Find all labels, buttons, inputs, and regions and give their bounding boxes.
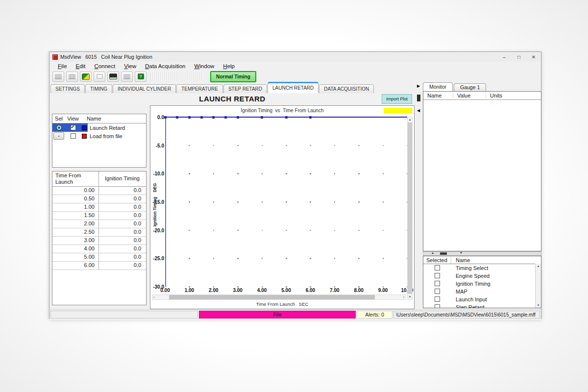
data-table-row[interactable]: 3.000.0: [52, 237, 146, 245]
data-table-row[interactable]: 6.000.0: [52, 262, 146, 270]
table-button[interactable]: [121, 72, 133, 82]
mini-splitter-grip[interactable]: [440, 252, 447, 255]
timing-cell[interactable]: 0.0: [99, 212, 146, 220]
timing-cell[interactable]: 0.0: [99, 203, 146, 211]
channel-checkbox[interactable]: [435, 281, 440, 286]
channel-checkbox[interactable]: [435, 273, 440, 278]
curve-view-cell[interactable]: [65, 123, 81, 132]
data-point[interactable]: [285, 116, 288, 119]
data-table-row[interactable]: 5.000.0: [52, 253, 146, 262]
view-checkbox[interactable]: [71, 125, 76, 130]
data-point[interactable]: [212, 116, 215, 119]
color-swatch[interactable]: [82, 134, 87, 139]
curve-sel-cell[interactable]: [52, 132, 65, 140]
time-cell[interactable]: 2.50: [52, 228, 99, 236]
time-cell[interactable]: 3.00: [52, 237, 99, 245]
radio-on-icon[interactable]: [56, 125, 62, 130]
row-select-button[interactable]: [53, 132, 64, 140]
data-table-row[interactable]: 1.000.0: [52, 203, 146, 212]
tab-individual-cylinder[interactable]: INDIVIDUAL CYLINDER: [113, 84, 176, 93]
scroll-left-icon[interactable]: ‹: [153, 295, 154, 299]
data-table-row[interactable]: 2.000.0: [52, 220, 146, 228]
monitor-list-splitter[interactable]: ▲ ▼: [423, 251, 541, 256]
data-point[interactable]: [309, 116, 312, 119]
tab-gauge-1[interactable]: Gauge 1: [454, 83, 486, 91]
time-cell[interactable]: 2.00: [52, 220, 99, 228]
vertical-scrollbar[interactable]: ▲ ▼: [407, 117, 413, 300]
import-plot-button[interactable]: Import Plot: [382, 94, 412, 104]
save-button[interactable]: [66, 72, 78, 82]
color-swatch[interactable]: [82, 125, 87, 130]
data-point[interactable]: [176, 116, 178, 119]
data-table-row[interactable]: 0.000.0: [52, 187, 146, 195]
view-checkbox[interactable]: [71, 133, 76, 139]
timing-cell[interactable]: 0.0: [99, 220, 146, 228]
time-cell[interactable]: 5.00: [52, 253, 99, 261]
channel-checkbox[interactable]: [435, 265, 440, 270]
collapse-left-icon[interactable]: ◀: [417, 108, 420, 113]
curve-row[interactable]: Launch Retard: [52, 123, 146, 132]
menu-item-file[interactable]: File: [53, 63, 72, 69]
data-point[interactable]: [237, 116, 239, 119]
window-button[interactable]: [94, 72, 105, 82]
tab-step-retard[interactable]: STEP RETARD: [223, 84, 267, 93]
connect-button[interactable]: [80, 72, 92, 82]
normal-timing-button[interactable]: Normal Timing: [210, 71, 256, 82]
scroll-up-icon[interactable]: ▲: [536, 264, 541, 269]
data-point[interactable]: [224, 116, 227, 119]
scroll-down-icon[interactable]: ▼: [408, 294, 412, 299]
data-table-row[interactable]: 0.500.0: [52, 195, 146, 203]
timing-cell[interactable]: 0.0: [99, 228, 146, 236]
help-button[interactable]: ?: [135, 72, 147, 82]
curve-sel-cell[interactable]: [52, 123, 65, 132]
channel-list-scrollbar[interactable]: ▲ ▼: [535, 264, 541, 308]
data-point[interactable]: [164, 116, 167, 119]
v-scroll-thumb[interactable]: [408, 122, 412, 294]
timing-cell[interactable]: 0.0: [99, 187, 146, 195]
curve-name-label[interactable]: Launch Retard: [88, 125, 146, 131]
splitter-up-icon[interactable]: ▲: [431, 251, 434, 254]
data-table-row[interactable]: 2.500.0: [52, 228, 146, 237]
channel-row[interactable]: Launch Input: [423, 295, 541, 303]
channel-checkbox[interactable]: [435, 296, 440, 302]
timing-cell[interactable]: 0.0: [99, 253, 146, 261]
tab-temperature[interactable]: TEMPERATURE: [176, 84, 223, 93]
channel-row[interactable]: Step Retard: [423, 303, 541, 308]
time-cell[interactable]: 0.00: [52, 187, 99, 195]
data-point[interactable]: [200, 116, 203, 119]
title-bar[interactable]: MsdView 6015 Coil Near Plug Ignition –□✕: [49, 52, 541, 62]
time-cell[interactable]: 4.00: [52, 245, 99, 253]
menu-item-data-acquisition[interactable]: Data Acquisition: [141, 63, 190, 69]
timing-cell[interactable]: 0.0: [99, 262, 146, 270]
h-scroll-thumb[interactable]: [169, 295, 375, 299]
monitor-button[interactable]: [107, 72, 119, 82]
curve-row[interactable]: Load from file: [52, 132, 146, 140]
plot-area[interactable]: [165, 117, 407, 287]
timing-cell[interactable]: 0.0: [99, 195, 146, 203]
data-table-row[interactable]: 4.000.0: [52, 245, 146, 253]
menu-item-edit[interactable]: Edit: [72, 63, 90, 69]
tab-launch-retard[interactable]: LAUNCH RETARD: [268, 82, 318, 93]
menu-item-view[interactable]: View: [120, 63, 141, 69]
channel-checkbox[interactable]: [435, 289, 440, 294]
alerts-indicator[interactable]: Alerts: 0: [357, 311, 392, 318]
time-cell[interactable]: 1.50: [52, 212, 99, 220]
time-cell[interactable]: 1.00: [52, 203, 99, 211]
data-table-row[interactable]: 1.500.0: [52, 212, 146, 220]
menu-item-connect[interactable]: Connect: [90, 63, 120, 69]
channel-row[interactable]: Timing Select: [423, 264, 541, 272]
tab-settings[interactable]: SETTINGS: [50, 84, 85, 93]
menu-item-help[interactable]: Help: [219, 63, 239, 69]
curve-name-label[interactable]: Load from file: [88, 133, 146, 139]
channel-row[interactable]: Ignition Timing: [423, 280, 541, 288]
channel-checkbox[interactable]: [435, 304, 440, 309]
timing-cell[interactable]: 0.0: [99, 237, 146, 245]
splitter-grip[interactable]: [417, 95, 420, 101]
maximize-button[interactable]: □: [512, 52, 526, 62]
panel-splitter[interactable]: ▶ ◀: [415, 83, 423, 309]
tab-data-acquisition[interactable]: DATA ACQUISITION: [319, 84, 374, 93]
expand-right-icon[interactable]: ▶: [417, 84, 420, 88]
close-button[interactable]: ✕: [526, 52, 541, 62]
timing-cell[interactable]: 0.0: [99, 245, 146, 253]
open-button[interactable]: [52, 72, 64, 82]
